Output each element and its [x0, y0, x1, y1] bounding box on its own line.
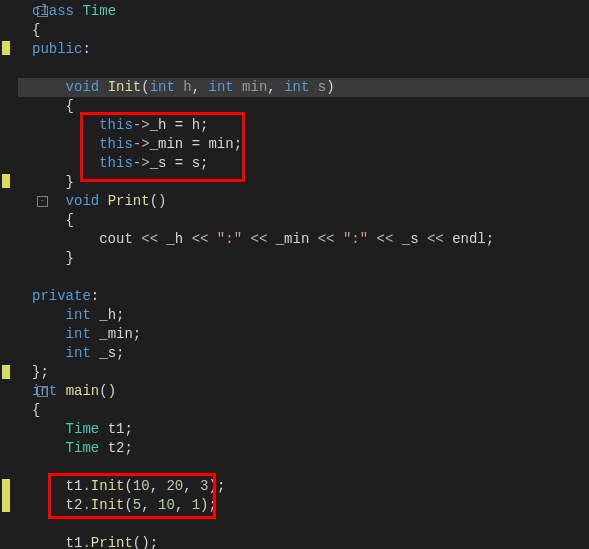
function-name: Print: [108, 193, 150, 209]
bookmark-icon: [2, 41, 10, 55]
fold-gutter: - - - -: [18, 0, 32, 549]
brace: {: [32, 21, 589, 40]
bookmark-icon: [2, 479, 10, 512]
brace: {: [66, 98, 74, 114]
brace: }: [66, 250, 74, 266]
bookmark-icon: [2, 174, 10, 188]
brace: }: [66, 174, 74, 190]
code-area[interactable]: class Time { public: void Init(int h, in…: [32, 0, 589, 549]
editor-gutter: [0, 0, 18, 549]
keyword-public: public: [32, 41, 82, 57]
keyword-class: class: [32, 3, 74, 19]
class-name: Time: [82, 3, 116, 19]
brace: {: [32, 402, 40, 418]
brace: {: [66, 212, 74, 228]
current-line: void Init(int h, int min, int s): [32, 78, 589, 97]
bookmark-icon: [2, 365, 10, 379]
keyword-private: private: [32, 288, 91, 304]
function-main: main: [66, 383, 100, 399]
function-name: Init: [108, 79, 142, 95]
brace: };: [32, 364, 49, 380]
